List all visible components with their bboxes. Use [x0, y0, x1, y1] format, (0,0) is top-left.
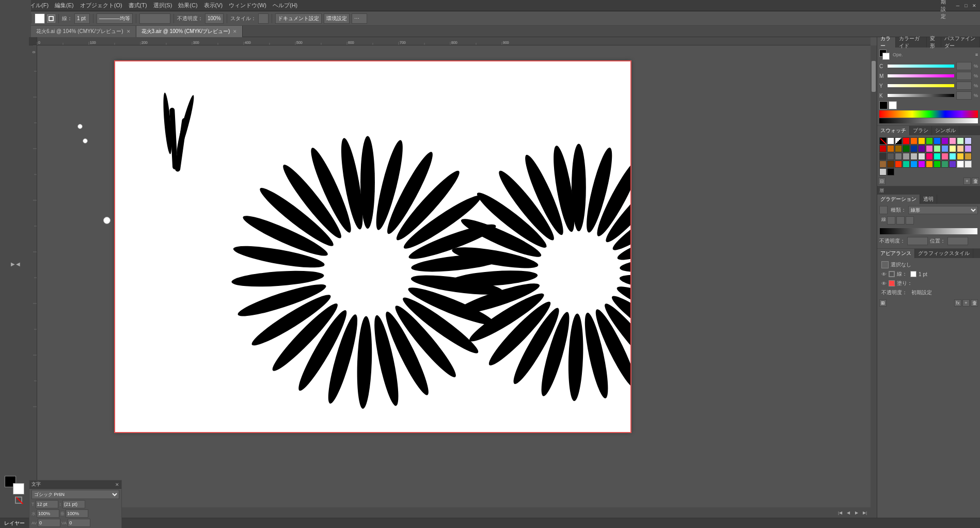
extra-settings-button[interactable]: ⋯ — [352, 13, 367, 24]
maximize-button[interactable]: □ — [962, 2, 970, 9]
appearance-fx-btn[interactable]: fx — [954, 299, 961, 307]
stroke-eye-icon[interactable]: 👁 — [881, 271, 887, 277]
minimize-button[interactable]: ─ — [954, 2, 961, 9]
appearance-delete-btn[interactable]: 🗑 — [971, 299, 978, 307]
swatch-green[interactable] — [926, 137, 933, 145]
swatch-black[interactable] — [887, 168, 894, 175]
gradient-stroke-btn1[interactable] — [887, 216, 895, 225]
stroke-color-toggle[interactable] — [47, 14, 55, 23]
swatch-blue[interactable] — [934, 137, 941, 145]
y-slider[interactable] — [888, 84, 954, 87]
none-color-btn[interactable] — [15, 497, 22, 504]
swatch-ltgray[interactable] — [910, 153, 918, 160]
stroke-dash-dropdown[interactable] — [139, 13, 170, 24]
tab-brush[interactable]: ブラシ — [910, 126, 932, 135]
tab-hanabi3[interactable]: 花火3.air @ 100% (CMYK/プレビュー) ✕ — [136, 26, 243, 37]
tab-appearance[interactable]: アピアランス — [877, 249, 915, 258]
swatch-halftone[interactable] — [895, 137, 902, 145]
menu-edit[interactable]: 編集(E) — [55, 2, 74, 9]
swatch-rose[interactable] — [941, 153, 949, 160]
spectrum-white[interactable] — [889, 101, 897, 109]
page-next-btn[interactable]: ▶ — [853, 509, 860, 516]
swatch-midgray[interactable] — [895, 153, 902, 160]
color-spectrum-bar[interactable] — [879, 110, 978, 118]
swatch-group-btn[interactable]: ⊟ — [878, 178, 886, 185]
swatch-silver[interactable] — [879, 168, 887, 175]
swatch-dkgreen[interactable] — [903, 145, 910, 152]
swatch-dkorange[interactable] — [887, 145, 894, 152]
swatch-vltgray[interactable] — [918, 153, 925, 160]
close-button[interactable]: ✕ — [971, 2, 978, 9]
swatch-vdkgray[interactable] — [879, 153, 887, 160]
swatch-teal[interactable] — [903, 161, 910, 168]
swatch-ltgreen2[interactable] — [934, 145, 941, 152]
c-value[interactable] — [956, 62, 972, 70]
appearance-new-btn[interactable]: + — [962, 299, 970, 307]
swatch-sky[interactable] — [910, 161, 918, 168]
v-scrollbar-thumb[interactable] — [872, 61, 876, 92]
swatch-tan[interactable] — [965, 153, 972, 160]
style-dropdown[interactable] — [258, 13, 268, 24]
swatch-violet[interactable] — [918, 145, 925, 152]
tab-close-1[interactable]: ✕ — [127, 29, 131, 34]
gradient-bar[interactable] — [879, 228, 978, 235]
gradient-preview-swatch[interactable] — [879, 206, 888, 214]
gradient-type-select[interactable]: 線形円形 — [908, 206, 978, 214]
tracking-input[interactable] — [68, 519, 90, 527]
bw-gradient[interactable] — [879, 118, 978, 123]
swatch-none[interactable] — [879, 137, 887, 145]
tab-transform[interactable]: 変形 — [927, 37, 941, 47]
c-slider[interactable] — [888, 65, 954, 68]
opacity-value[interactable]: 100% — [205, 13, 224, 24]
swatch-yellow[interactable] — [918, 137, 925, 145]
spectrum-black[interactable] — [879, 101, 888, 109]
swatch-ltgreen[interactable] — [957, 137, 964, 145]
swatch-dkgray[interactable] — [887, 153, 894, 160]
scale-x-input[interactable] — [37, 509, 59, 518]
page-first-btn[interactable]: |◀ — [836, 509, 844, 516]
stroke-value[interactable]: 1 pt — [74, 13, 90, 24]
gradient-pos-input[interactable] — [947, 237, 968, 245]
swatch-khaki[interactable] — [879, 161, 887, 168]
v-scrollbar[interactable] — [871, 45, 877, 518]
menu-type[interactable]: 書式(T) — [129, 2, 147, 9]
page-prev-btn[interactable]: ◀ — [845, 509, 852, 516]
swatch-indigo[interactable] — [949, 161, 956, 168]
stroke-style-dropdown[interactable]: ————均等 — [97, 13, 133, 24]
swatch-cyan[interactable] — [934, 153, 941, 160]
tab-graphic-style[interactable]: グラフィックスタイル — [915, 249, 973, 258]
swatch-nearwhite[interactable] — [965, 161, 972, 168]
env-settings-button[interactable]: 環境設定 — [324, 13, 350, 24]
font-name-select[interactable]: ゴシック Pr6N — [31, 490, 119, 499]
swatch-ltblue[interactable] — [965, 137, 972, 145]
panel-bg-color[interactable] — [882, 53, 890, 60]
swatch-orange[interactable] — [910, 137, 918, 145]
swatch-purple[interactable] — [941, 137, 949, 145]
swatch-pink[interactable] — [949, 137, 956, 145]
tab-gradient[interactable]: グラデーション — [877, 195, 920, 204]
appearance-color-box[interactable] — [881, 261, 889, 268]
swatch-lavender[interactable] — [965, 145, 972, 152]
doc-settings-button[interactable]: ドキュメント設定 — [275, 13, 322, 24]
menu-help[interactable]: ヘルプ(H) — [273, 2, 297, 9]
fill-swatch[interactable] — [889, 280, 895, 286]
tab-hanabi6[interactable]: 花火6.ai @ 104% (CMYK/プレビュー) ✕ — [31, 26, 136, 37]
fg-bg-colors[interactable] — [5, 476, 24, 494]
swatch-peach[interactable] — [957, 145, 964, 152]
swatch-chocolate[interactable] — [887, 161, 894, 168]
k-value[interactable] — [956, 91, 972, 100]
menu-select[interactable]: 選択(S) — [153, 2, 172, 9]
tab-color[interactable]: カラー — [877, 37, 896, 47]
panel-menu-btn[interactable]: ≡ — [975, 52, 978, 57]
swatch-dkblue[interactable] — [910, 145, 918, 152]
gradient-opacity-input[interactable] — [907, 237, 928, 245]
kerning-input[interactable] — [38, 519, 60, 527]
font-size-input[interactable] — [36, 500, 58, 508]
tab-close-2[interactable]: ✕ — [233, 29, 237, 34]
swatch-red[interactable] — [903, 137, 910, 145]
swatch-dkred[interactable] — [879, 145, 887, 152]
gradient-stroke-btn2[interactable] — [896, 216, 905, 225]
swatch-scarlet[interactable] — [895, 161, 902, 168]
appearance-link-btn[interactable]: ⊞ — [879, 299, 887, 307]
text-panel-collapse[interactable]: ✕ — [115, 482, 119, 487]
